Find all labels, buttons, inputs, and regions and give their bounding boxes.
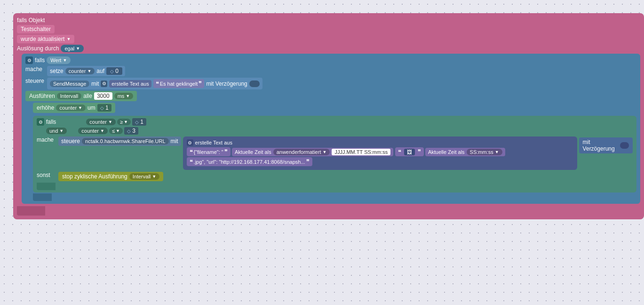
gear-icon-falls2: ⚙: [37, 118, 44, 126]
bottom-connector-pink: [17, 206, 45, 216]
wurde-aktualisiert-row: wurde aktualisiert ▼: [17, 35, 640, 43]
mache-label2: mache: [37, 136, 56, 143]
stop-dropdown-arrow[interactable]: ▼: [152, 174, 156, 179]
gear-icon-falls: ⚙: [25, 56, 33, 64]
counter-pill1[interactable]: counter ▼: [65, 68, 95, 74]
counter-pill-cond2[interactable]: counter ▼: [78, 128, 108, 134]
bottom-connector-teal: [37, 183, 56, 190]
erhoehe-value: ◇ 1: [97, 104, 111, 112]
falls-label2: falls: [35, 57, 45, 64]
close-quote-row3: ❞: [418, 148, 421, 155]
text-row1-value: {"filename": ": [194, 149, 223, 155]
steure-label1: steuere: [25, 78, 44, 84]
intervall-type[interactable]: Intervall: [57, 93, 82, 99]
stop-block: stop zyklische Ausführung Intervall ▼: [58, 172, 163, 181]
stop-label: stop zyklische Ausführung: [62, 173, 127, 180]
setze-label: setze: [50, 68, 64, 74]
val2: ◇ 3: [124, 127, 138, 135]
und-row: und ▼ counter ▼ ≤ ▼ ◇: [37, 127, 633, 135]
testschalter-block[interactable]: Testschalter: [17, 25, 55, 33]
um-label: um: [87, 104, 95, 111]
ms-pill[interactable]: ms ▼: [114, 93, 134, 99]
nctalk-target[interactable]: nctalk.0.hacbwmwk.ShareFile.URL: [82, 138, 169, 144]
format-pill1[interactable]: anwenderformatiert ▼: [273, 149, 330, 155]
erstelle-text-label1: erstelle Text aus: [109, 80, 151, 88]
egal-dropdown-arrow[interactable]: ▼: [76, 46, 80, 51]
steure-nctalk-row: steuere nctalk.0.hacbwmwk.ShareFile.URL …: [58, 136, 633, 170]
delay-toggle1[interactable]: [249, 80, 260, 87]
aktuelle-zeit-label2: Aktuelle Zeit als: [428, 149, 465, 155]
erhoehe-block: erhöhe counter ▼ um ◇ 1: [33, 103, 115, 113]
falls-wert-block: ⚙ falls Wert ▼ mache setze counter ▼ auf: [22, 54, 640, 204]
format-value1: JJJJ.MM.TT SS:mm:ss: [332, 149, 390, 155]
text-construct-block: ⚙ erstelle Text aus ❝ {"filename": " ❞: [183, 136, 577, 170]
ausfuehren-label: Ausführen: [29, 93, 55, 99]
text-row2: Aktuelle Zeit als anwenderformatiert ▼ J…: [232, 148, 393, 156]
falls-label3: falls: [46, 119, 56, 125]
open-quote-row3: ❝: [398, 148, 401, 155]
steure-nctalk-block: steuere nctalk.0.hacbwmwk.ShareFile.URL …: [58, 136, 181, 146]
gear-icon-text: ⚙: [187, 139, 193, 146]
wert-dropdown[interactable]: ▼: [63, 58, 67, 63]
text-row3: ❝ 🖼 ❞: [395, 147, 424, 156]
wert-pill[interactable]: Wert ▼: [47, 56, 71, 64]
open-quote-row1: ❝: [190, 148, 193, 155]
auslosung-label: Auslösung durch: [17, 45, 59, 52]
text-row4: Aktuelle Zeit als SS:mm:ss ▼: [425, 148, 505, 156]
counter-value-0: ◇ 0: [106, 67, 122, 75]
close-quote1: ❞: [199, 80, 202, 87]
und-pill[interactable]: und ▼: [46, 128, 67, 134]
mit-label1: mit: [91, 80, 99, 87]
erhoehe-label: erhöhe: [37, 104, 54, 111]
counter-pill-erhoehe[interactable]: counter ▼: [56, 104, 86, 111]
op1-pill[interactable]: ≥ ▼: [117, 119, 131, 125]
ausfuehren-block: Ausführen Intervall alle 3000 ms ▼: [25, 91, 137, 101]
auslosung-row: Auslösung durch egal ▼: [17, 45, 640, 52]
stop-type-pill[interactable]: Intervall ▼: [129, 173, 159, 180]
text-row5: ❝ .jpg", "url": "http://192.168.177.41:8…: [187, 157, 312, 166]
val1: ◇ 1: [132, 118, 146, 126]
delay-toggle2[interactable]: [620, 142, 629, 149]
falls-inner2-row: ⚙ falls counter ▼ ≥ ▼ ◇: [37, 118, 633, 126]
ms-dropdown[interactable]: ▼: [126, 94, 130, 98]
alle-label: alle: [83, 93, 92, 99]
delay-label2: mit Verzögerung: [583, 139, 618, 152]
sendmessage-target[interactable]: SendMessage: [50, 80, 89, 87]
delay-block2: mit Verzögerung: [579, 137, 633, 153]
text-construct-header: ⚙ erstelle Text aus: [187, 139, 573, 146]
mit-label2: mit: [171, 138, 178, 144]
steure-sendmessage-block: SendMessage mit ⚙ erstelle Text aus ❝ Es…: [47, 78, 262, 89]
mache-inner-section: mache steuere nctalk.0.hacbwmwk.ShareFil…: [37, 136, 633, 170]
bottom-connector-blue: [33, 193, 52, 201]
falls-inner2-block: ⚙ falls counter ▼ ≥ ▼ ◇: [33, 116, 636, 193]
close-quote-row1: ❞: [224, 148, 228, 155]
interval-value: 3000: [94, 92, 112, 100]
erstelle-text-label2: erstelle Text aus: [195, 140, 232, 145]
setze-counter-block: setze counter ▼ auf ◇ 0: [47, 66, 125, 76]
text-row1: ❝ {"filename": " ❞: [187, 147, 231, 156]
sonst-section: sonst stop zyklische Ausführung Interval…: [37, 172, 633, 181]
trigger-dropdown-arrow[interactable]: ▼: [66, 37, 71, 41]
image-icon-box: 🖼: [404, 149, 415, 155]
erhoehe-section: erhöhe counter ▼ um ◇ 1: [33, 103, 636, 113]
testschalter-row: Testschalter: [17, 25, 640, 33]
open-quote1: ❝: [156, 80, 159, 87]
mache-label1: mache: [25, 66, 44, 72]
ausfuehren-section: Ausführen Intervall alle 3000 ms ▼: [25, 91, 636, 101]
text-row5-value: .jpg", "url": "http://192.168.177.41:806…: [194, 159, 305, 165]
format-pill2[interactable]: SS:mm:ss ▼: [467, 149, 502, 155]
string-value1: ❝ Es hat geklingelt ❞: [153, 79, 205, 88]
egal-pill[interactable]: egal ▼: [61, 45, 84, 52]
mache-set-section: mache setze counter ▼ auf ◇ 0: [25, 66, 636, 76]
wurde-aktualisiert-block[interactable]: wurde aktualisiert ▼: [17, 35, 74, 43]
falls-objekt-row: falls Objekt: [17, 17, 640, 24]
op2-pill[interactable]: ≤ ▼: [109, 128, 123, 134]
counter-pill-cond1[interactable]: counter ▼: [86, 119, 116, 125]
steure-label2: steuere: [61, 138, 80, 144]
steure-sendmessage-section: steuere SendMessage mit ⚙ erstelle Text …: [25, 78, 636, 89]
cond1-group: counter ▼ ≥ ▼ ◇ 1: [86, 118, 146, 126]
delay-label1: mit Verzögerung: [206, 80, 247, 87]
aktuelle-zeit-label1: Aktuelle Zeit als: [235, 149, 271, 155]
falls-wert-row: ⚙ falls Wert ▼: [25, 56, 636, 64]
falls-objekt-label: falls Objekt: [17, 17, 45, 24]
